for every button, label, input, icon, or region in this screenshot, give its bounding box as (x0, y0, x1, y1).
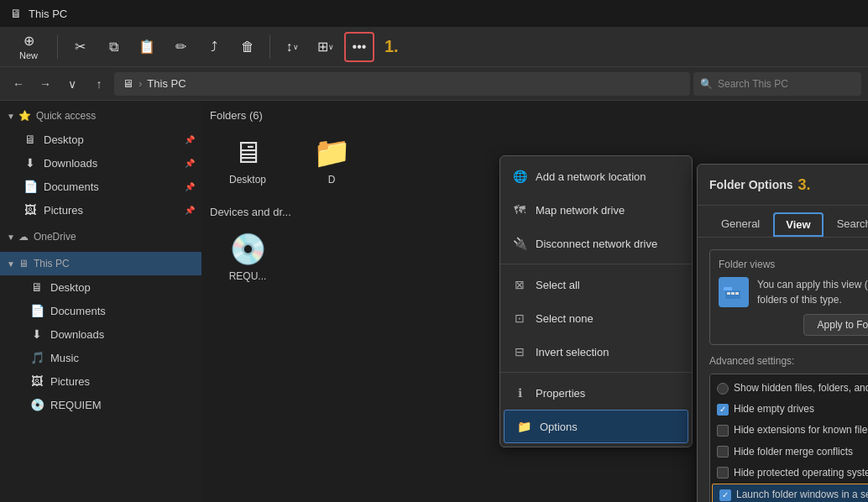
adv-item-hide-merge[interactable]: Hide folder merge conflicts (710, 442, 868, 463)
context-options[interactable]: 📁 Options (504, 410, 688, 443)
adv-label-hide-merge: Hide folder merge conflicts (734, 444, 853, 460)
paste-icon: 📋 (139, 39, 155, 55)
onedrive-header[interactable]: ▼ ☁ OneDrive (0, 225, 201, 248)
tab-search[interactable]: Search (825, 212, 868, 237)
adv-item-hide-empty[interactable]: ✓ Hide empty drives (710, 399, 868, 420)
adv-checkbox-hide-empty[interactable]: ✓ (717, 404, 729, 416)
sort-button[interactable]: ↕ ∨ (277, 32, 307, 62)
sidebar: ▼ ⭐ Quick access 🖥 Desktop 📌 ⬇ Downloads… (0, 101, 201, 502)
view-icon: ⊞ (317, 39, 328, 55)
dialog-tabs: General View Search (698, 206, 868, 238)
copy-button[interactable]: ⧉ (98, 32, 128, 62)
divider-1 (57, 35, 58, 59)
thispc-downloads[interactable]: ⬇ Downloads (0, 322, 201, 346)
rename-button[interactable]: ✏ (165, 32, 196, 62)
adv-checkbox-hide-merge[interactable] (717, 446, 729, 458)
search-icon: 🔍 (700, 78, 713, 90)
pin-icon-4: 📌 (185, 206, 195, 215)
adv-checkbox-launch-separate[interactable]: ✓ (719, 489, 731, 501)
pin-icon-3: 📌 (185, 182, 195, 191)
view-button[interactable]: ⊞ ∨ (311, 32, 341, 62)
window-title: This PC (29, 8, 67, 20)
menu-divider-2 (500, 372, 692, 373)
thispc-arrow: ▼ (7, 259, 15, 269)
quick-access-arrow: ▼ (7, 112, 15, 121)
delete-button[interactable]: 🗑 (233, 32, 263, 62)
context-map-drive[interactable]: 🗺 Map network drive (500, 193, 692, 227)
dropdown-button[interactable]: ∨ (60, 72, 84, 96)
new-icon: ⊕ (24, 33, 34, 49)
properties-label: Properties (536, 387, 585, 400)
advanced-settings-label: Advanced settings: (709, 355, 868, 367)
folder-tile-desktop[interactable]: 🖥 Desktop (210, 128, 285, 192)
thispc-requiem[interactable]: 💿 REQUIEM (0, 393, 201, 416)
tab-general[interactable]: General (709, 212, 771, 237)
forward-button[interactable]: → (34, 72, 57, 96)
disconnect-icon: 🔌 (512, 237, 527, 250)
adv-item-show-hidden[interactable]: Show hidden files, folders, and drives (710, 378, 868, 399)
device-tile-requiem[interactable]: 💿 REQU... (210, 225, 285, 289)
adv-item-hide-ext[interactable]: Hide extensions for known file types (710, 420, 868, 441)
add-network-icon: 🌐 (512, 170, 527, 183)
more-options-button[interactable]: ••• (344, 32, 374, 62)
tab-search-label: Search (837, 217, 868, 230)
context-select-all[interactable]: ⊠ Select all (500, 268, 692, 301)
back-button[interactable]: ← (7, 72, 30, 96)
advanced-settings-list[interactable]: Show hidden files, folders, and drives ✓… (709, 374, 868, 502)
thispc-music[interactable]: 🎵 Music (0, 346, 201, 369)
more-icon: ••• (353, 39, 367, 55)
folder-tile-d[interactable]: 📁 D (294, 128, 369, 192)
search-bar[interactable]: 🔍 Search This PC (693, 72, 861, 96)
cut-icon: ✂ (75, 39, 86, 55)
adv-checkbox-hide-ext[interactable] (717, 425, 729, 437)
context-add-network[interactable]: 🌐 Add a network location (500, 159, 692, 193)
folders-heading: Folders (6) (210, 109, 860, 122)
context-select-none[interactable]: ⊡ Select none (500, 301, 692, 335)
folder-views-section: Folder views (709, 249, 868, 345)
new-button[interactable]: ⊕ New (7, 30, 50, 64)
cut-button[interactable]: ✂ (65, 32, 95, 62)
folder-tile-d-label: D (328, 174, 336, 186)
forward-icon: → (39, 77, 51, 91)
adv-checkbox-hide-protected[interactable] (717, 467, 729, 478)
thispc-header[interactable]: ▼ 🖥 This PC (0, 252, 201, 275)
folder-views-body: You can apply this view (such as Details… (719, 277, 868, 307)
thispc-pictures[interactable]: 🖼 Pictures (0, 369, 201, 393)
paste-button[interactable]: 📋 (132, 32, 162, 62)
downloads-icon: ⬇ (24, 156, 37, 170)
quick-access-star-icon: ⭐ (18, 110, 31, 122)
folder-views-desc: You can apply this view (such as Details… (757, 277, 868, 307)
thispc-documents[interactable]: 📄 Documents (0, 299, 201, 322)
context-properties[interactable]: ℹ Properties (500, 376, 692, 410)
apply-to-folders-button[interactable]: Apply to Folders (803, 314, 868, 336)
svg-rect-5 (735, 292, 739, 295)
divider-2 (269, 35, 270, 59)
address-pc-icon: 🖥 (123, 77, 133, 90)
content-area: Folders (6) 🖥 Desktop 📁 D Devices and dr… (201, 101, 868, 502)
context-disconnect[interactable]: 🔌 Disconnect network drive (500, 227, 692, 260)
thispc-desktop[interactable]: 🖥 Desktop (0, 275, 201, 299)
quick-access-header[interactable]: ▼ ⭐ Quick access (0, 104, 201, 128)
onedrive-label: OneDrive (34, 231, 76, 243)
share-button[interactable]: ⤴ (199, 32, 229, 62)
sidebar-item-desktop[interactable]: 🖥 Desktop 📌 (0, 128, 201, 151)
context-invert[interactable]: ⊟ Invert selection (500, 335, 692, 369)
search-placeholder-text: Search This PC (718, 78, 788, 90)
address-bar[interactable]: 🖥 › This PC (114, 72, 690, 96)
adv-radio-show-hidden[interactable] (717, 383, 729, 395)
up-button[interactable]: ↑ (87, 72, 111, 96)
tab-view[interactable]: View (773, 212, 823, 237)
invert-icon: ⊟ (512, 345, 527, 358)
adv-item-hide-protected[interactable]: Hide protected operating system files (R… (710, 463, 868, 484)
thispc-downloads-label: Downloads (50, 328, 195, 341)
sidebar-item-documents[interactable]: 📄 Documents 📌 (0, 175, 201, 198)
thispc-requiem-icon: 💿 (30, 398, 44, 411)
adv-item-launch-separate[interactable]: ✓ Launch folder windows in a separate pr… (712, 484, 868, 502)
thispc-documents-label: Documents (50, 305, 195, 317)
map-drive-label: Map network drive (536, 204, 625, 217)
window-icon: 🖥 (10, 7, 22, 20)
folder-options-dialog: Folder Options 3. ✕ General View (697, 164, 868, 502)
sidebar-item-pictures[interactable]: 🖼 Pictures 📌 (0, 198, 201, 222)
thispc-pictures-icon: 🖼 (30, 374, 44, 388)
sidebar-item-downloads[interactable]: ⬇ Downloads 📌 (0, 151, 201, 175)
